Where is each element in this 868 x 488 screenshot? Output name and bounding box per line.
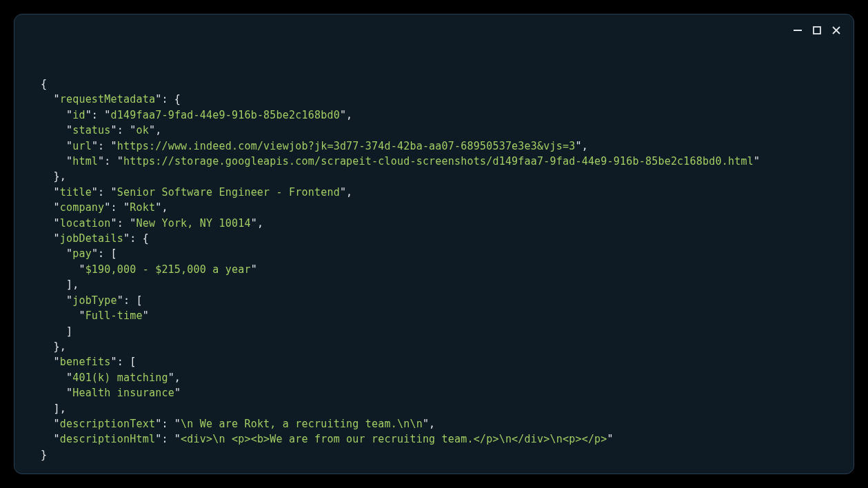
json-brace: } <box>41 449 47 461</box>
json-string: ok <box>137 124 149 136</box>
json-key: pay <box>72 247 92 260</box>
json-key: id <box>72 109 85 121</box>
json-key: jobType <box>72 294 117 307</box>
json-string: 401(k) matching <box>72 372 168 384</box>
json-brace: { <box>41 78 47 90</box>
json-string: <div>\n <p><b>We are from our recruiting… <box>181 433 607 445</box>
window-controls <box>793 24 841 39</box>
json-string: New York, NY 10014 <box>137 217 251 230</box>
json-string: Rokt <box>130 201 155 214</box>
json-string: https://storage.googleapis.com/scrapeit-… <box>123 155 754 167</box>
json-key: url <box>72 140 92 152</box>
json-key: benefits <box>60 356 111 368</box>
json-string: d149faa7-9fad-44e9-916b-85be2c168bd0 <box>111 109 340 121</box>
json-string: Full-time <box>85 309 143 322</box>
json-key: descriptionHtml <box>60 433 155 445</box>
json-key: html <box>72 155 98 167</box>
terminal-window: { "requestMetadata": { "id": "d149faa7-9… <box>14 14 854 474</box>
close-icon[interactable] <box>831 24 841 39</box>
minimize-icon[interactable] <box>793 24 803 39</box>
json-string: Senior Software Engineer - Frontend <box>117 186 340 199</box>
json-key: company <box>60 201 105 214</box>
json-string: \n We are Rokt, a recruiting team.\n\n <box>181 418 423 430</box>
json-key: descriptionText <box>60 418 155 430</box>
json-key: requestMetadata <box>60 93 155 105</box>
json-key: title <box>60 186 92 199</box>
json-key: location <box>60 217 111 230</box>
svg-rect-1 <box>814 27 820 34</box>
json-key: status <box>72 124 110 136</box>
maximize-icon[interactable] <box>812 24 822 39</box>
json-string: https://www.indeed.com/viewjob?jk=3d77-3… <box>117 140 576 152</box>
json-string: Health insurance <box>72 387 174 399</box>
code-content: { "requestMetadata": { "id": "d149faa7-9… <box>14 14 854 474</box>
json-string: $190,000 - $215,000 a year <box>85 263 251 276</box>
json-key: jobDetails <box>60 232 123 245</box>
